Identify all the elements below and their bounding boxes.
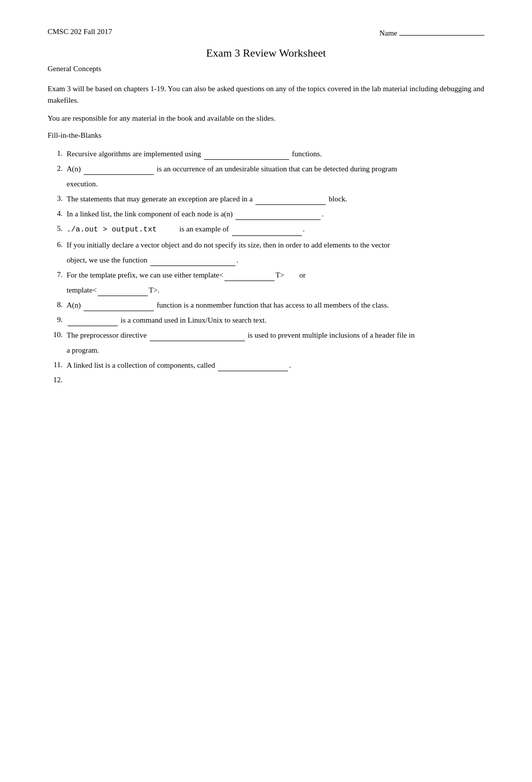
q4-blank[interactable]	[235, 213, 321, 220]
question-10: 10. The preprocessor directive is used t…	[48, 329, 484, 341]
q5-number: 5.	[48, 223, 63, 234]
question-8: 8. A(n) function is a nonmember function…	[48, 299, 484, 311]
q6-continuation: object, we use the function .	[67, 254, 484, 266]
header: CMSC 202 Fall 2017 Name	[48, 28, 484, 38]
question-6: 6. If you initially declare a vector obj…	[48, 239, 484, 251]
q7-number: 7.	[48, 269, 63, 281]
q8-number: 8.	[48, 299, 63, 311]
q5-text: ./a.out > output.txt is an example of .	[67, 223, 484, 236]
q3-text: The statements that may generate an exce…	[67, 193, 484, 205]
q12-number: 12.	[48, 374, 63, 386]
q11-text: A linked list is a collection of compone…	[67, 359, 484, 371]
question-5: 5. ./a.out > output.txt is an example of…	[48, 223, 484, 236]
q9-text: is a command used in Linux/Unix to searc…	[67, 314, 484, 326]
q10-number: 10.	[48, 329, 63, 341]
question-2: 2. A(n) is an occurrence of an undesirab…	[48, 163, 484, 175]
question-4: 4. In a linked list, the link component …	[48, 208, 484, 220]
q7-blank2[interactable]	[98, 289, 148, 296]
section-label: General Concepts	[48, 65, 484, 73]
page-title: Exam 3 Review Worksheet	[48, 47, 484, 60]
q8-blank[interactable]	[84, 304, 154, 311]
q6-number: 6.	[48, 239, 63, 250]
question-3: 3. The statements that may generate an e…	[48, 193, 484, 205]
fill-label: Fill-in-the-Blanks	[48, 131, 484, 140]
q10-text: The preprocessor directive is used to pr…	[67, 329, 484, 341]
question-12: 12.	[48, 374, 484, 386]
description2: You are responsible for any material in …	[48, 113, 484, 124]
q5-blank[interactable]	[232, 229, 302, 236]
q7-blank1[interactable]	[224, 274, 275, 281]
page: CMSC 202 Fall 2017 Name Exam 3 Review Wo…	[0, 0, 532, 782]
name-field: Name	[379, 28, 484, 38]
description1: Exam 3 will be based on chapters 1-19. Y…	[48, 83, 484, 106]
question-9: 9. is a command used in Linux/Unix to se…	[48, 314, 484, 326]
questions-container: 1. Recursive algorithms are implemented …	[48, 148, 484, 386]
q6-blank[interactable]	[150, 259, 235, 266]
name-line[interactable]	[399, 28, 484, 36]
q2-text: A(n) is an occurrence of an undesirable …	[67, 163, 484, 175]
q7-text: For the template prefix, we can use eith…	[67, 269, 484, 281]
question-7: 7. For the template prefix, we can use e…	[48, 269, 484, 281]
q5-code: ./a.out > output.txt	[67, 225, 157, 234]
q9-number: 9.	[48, 314, 63, 326]
q10-continuation: a program.	[67, 344, 484, 356]
q4-text: In a linked list, the link component of …	[67, 208, 484, 220]
q8-text: A(n) function is a nonmember function th…	[67, 299, 484, 311]
course-label: CMSC 202 Fall 2017	[48, 28, 112, 36]
question-1: 1. Recursive algorithms are implemented …	[48, 148, 484, 160]
q11-blank[interactable]	[218, 364, 288, 371]
q3-blank[interactable]	[255, 198, 326, 205]
name-label: Name	[379, 29, 397, 38]
q1-text: Recursive algorithms are implemented usi…	[67, 148, 484, 160]
q2-blank[interactable]	[84, 168, 154, 175]
q1-number: 1.	[48, 148, 63, 159]
question-11: 11. A linked list is a collection of com…	[48, 359, 484, 371]
q10-blank[interactable]	[150, 334, 245, 341]
course-info: CMSC 202 Fall 2017	[48, 28, 112, 36]
q7-continuation: template<T>.	[67, 284, 484, 296]
q2-number: 2.	[48, 163, 63, 174]
q4-number: 4.	[48, 208, 63, 219]
q9-blank[interactable]	[68, 319, 118, 326]
q11-number: 11.	[48, 359, 63, 371]
q1-blank[interactable]	[204, 153, 289, 160]
q2-continuation: execution.	[67, 178, 484, 190]
q3-number: 3.	[48, 193, 63, 204]
q6-text: If you initially declare a vector object…	[67, 239, 484, 251]
